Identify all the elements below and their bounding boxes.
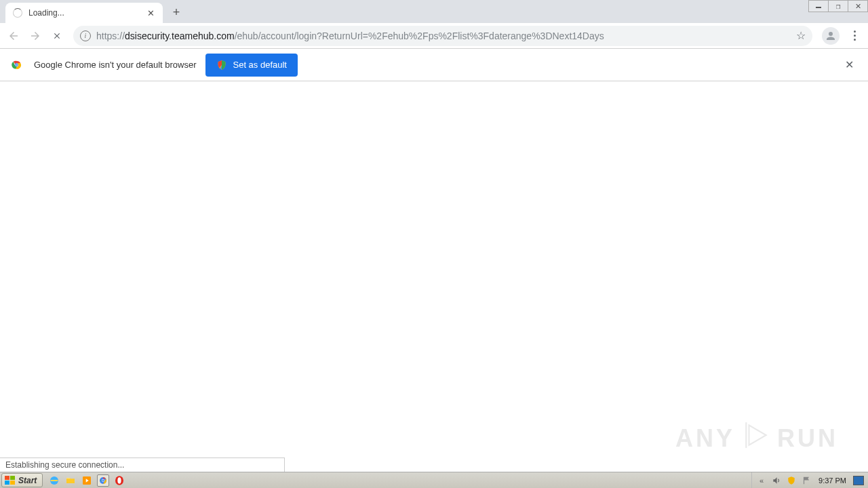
taskbar-clock[interactable]: 9:37 PM: [816, 476, 849, 485]
set-default-button[interactable]: Set as default: [205, 54, 298, 77]
svg-point-3: [16, 64, 18, 66]
url-path: /ehub/account/login?ReturnUrl=%2Fehub%2F…: [235, 30, 604, 41]
tab-close-icon[interactable]: ✕: [145, 7, 156, 18]
svg-point-14: [118, 477, 121, 483]
media-icon[interactable]: [81, 474, 93, 487]
show-desktop-button[interactable]: [853, 475, 864, 486]
play-triangle-icon: [742, 421, 770, 455]
window-maximize-button[interactable]: ❐: [828, 0, 848, 12]
start-button[interactable]: Start: [1, 473, 43, 487]
infobar-close-icon[interactable]: ✕: [841, 57, 857, 73]
chrome-taskbar-icon[interactable]: [97, 474, 109, 487]
tray-expand-icon[interactable]: «: [756, 475, 767, 486]
loading-spinner-icon: [12, 7, 23, 18]
tab-strip: Loading... ✕ + ❐ ✕: [0, 0, 868, 23]
system-tray: « 9:37 PM: [751, 472, 868, 488]
page-status-bar: Establishing secure connection...: [0, 458, 285, 472]
close-icon: [52, 31, 62, 41]
back-button[interactable]: [4, 26, 23, 45]
url-host: dsisecurity.teamehub.com: [125, 30, 235, 41]
arrow-left-icon: [7, 30, 20, 42]
window-minimize-button[interactable]: [808, 0, 829, 12]
shield-tray-icon[interactable]: [786, 475, 797, 486]
browser-toolbar: i https://dsisecurity.teamehub.com/ehub/…: [0, 23, 868, 49]
browser-menu-button[interactable]: [845, 26, 864, 45]
arrow-right-icon: [29, 30, 41, 42]
opera-icon[interactable]: [113, 474, 125, 487]
url-scheme: https://: [96, 30, 125, 41]
profile-button[interactable]: [822, 27, 840, 45]
address-bar[interactable]: i https://dsisecurity.teamehub.com/ehub/…: [73, 26, 812, 46]
url-text: https://dsisecurity.teamehub.com/ehub/ac…: [96, 30, 792, 41]
volume-icon[interactable]: [771, 475, 782, 486]
new-tab-button[interactable]: +: [167, 3, 186, 22]
watermark-right: RUN: [777, 424, 838, 453]
explorer-icon[interactable]: [64, 474, 77, 487]
svg-rect-7: [10, 481, 15, 485]
default-browser-infobar: Google Chrome isn't your default browser…: [0, 49, 868, 81]
tab-title: Loading...: [28, 8, 145, 18]
page-content: [0, 81, 868, 472]
svg-rect-5: [10, 476, 15, 480]
chrome-logo-icon: [11, 59, 23, 71]
person-icon: [825, 30, 837, 42]
shield-icon: [216, 60, 227, 70]
forward-button[interactable]: [26, 26, 45, 45]
anyrun-watermark: ANY RUN: [675, 421, 838, 455]
ie-icon[interactable]: [48, 474, 60, 487]
svg-rect-4: [5, 476, 9, 480]
set-default-label: Set as default: [233, 60, 287, 70]
browser-tab[interactable]: Loading... ✕: [5, 3, 163, 23]
window-close-button[interactable]: ✕: [848, 0, 868, 12]
infobar-message: Google Chrome isn't your default browser: [34, 60, 196, 70]
watermark-left: ANY: [675, 424, 735, 453]
start-label: Start: [18, 476, 37, 485]
window-controls: ❐ ✕: [809, 0, 868, 12]
svg-point-12: [102, 479, 104, 481]
quicklaunch: [44, 472, 130, 488]
windows-taskbar: Start « 9:37 PM: [0, 472, 868, 488]
flag-tray-icon[interactable]: [801, 475, 812, 486]
svg-rect-6: [5, 481, 9, 485]
site-info-icon[interactable]: i: [80, 30, 91, 41]
stop-button[interactable]: [47, 26, 66, 45]
windows-flag-icon: [5, 476, 16, 485]
bookmark-star-icon[interactable]: ☆: [796, 29, 806, 42]
